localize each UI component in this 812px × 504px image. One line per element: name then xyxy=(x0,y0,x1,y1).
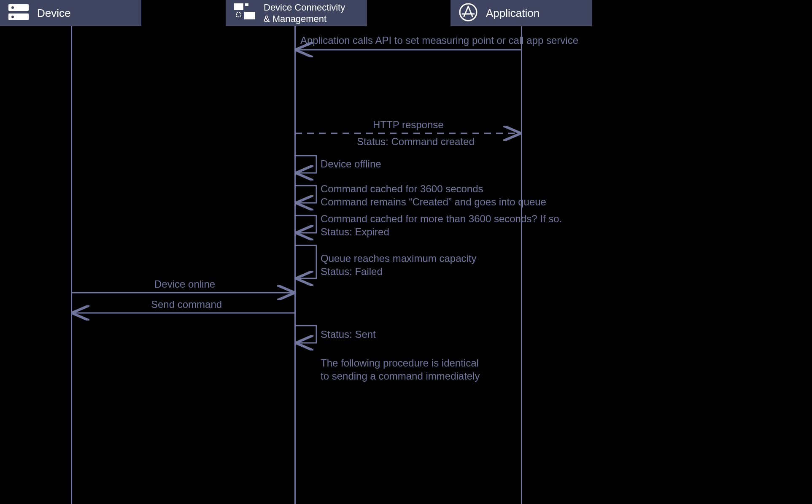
label-cached2: Command cached for more than 3600 second… xyxy=(321,212,562,238)
connectivity-icon xyxy=(234,3,255,23)
label-queue-full: Queue reaches maximum capacityStatus: Fa… xyxy=(321,252,477,278)
lifeline-dcm xyxy=(294,26,296,504)
svg-rect-4 xyxy=(234,3,243,10)
label-device-online: Device online xyxy=(154,278,215,290)
lifeline-app xyxy=(521,26,522,504)
server-icon xyxy=(8,4,29,22)
svg-rect-6 xyxy=(237,13,241,17)
participant-app-header: Application xyxy=(451,0,592,26)
label-send-command: Send command xyxy=(151,299,222,310)
label-cached1: Command cached for 3600 secondsCommand r… xyxy=(321,182,546,208)
label-footer: The following procedure is identicalto s… xyxy=(321,356,480,383)
label-status-created: Status: Command created xyxy=(357,136,475,148)
app-store-icon xyxy=(459,3,477,23)
label-api-call: Application calls API to set measuring p… xyxy=(300,35,578,46)
label-http-response: HTTP response xyxy=(373,119,444,131)
svg-point-3 xyxy=(11,16,14,18)
lifeline-device xyxy=(71,26,72,504)
participant-device-header: Device xyxy=(0,0,141,26)
participant-app-title: Application xyxy=(486,7,540,20)
participant-dcm-header: Device Connectivity & Management xyxy=(226,0,367,26)
svg-rect-7 xyxy=(244,12,255,19)
label-device-offline: Device offline xyxy=(321,158,381,170)
label-status-sent: Status: Sent xyxy=(321,329,376,340)
participant-dcm-title: Device Connectivity & Management xyxy=(264,2,345,25)
svg-rect-5 xyxy=(245,3,248,6)
participant-device-title: Device xyxy=(37,7,70,20)
svg-point-2 xyxy=(11,6,14,9)
